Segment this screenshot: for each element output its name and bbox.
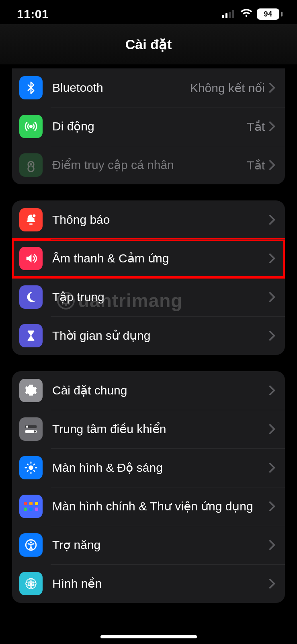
battery-level: 94 [264,10,272,19]
row-value: Tắt [247,158,265,172]
row-label: Thông báo [52,212,269,227]
row-screentime[interactable]: Thời gian sử dụng [12,316,285,355]
chevron-right-icon [269,462,277,473]
page-title: Cài đặt [125,36,172,52]
sounds-icon [19,247,43,270]
chevron-right-icon [269,540,277,550]
notifications-icon [19,208,43,231]
row-notifications[interactable]: Thông báo [12,200,285,239]
row-cellular[interactable]: Di động Tắt [12,107,285,146]
battery-icon: 94 [257,8,283,20]
row-bluetooth[interactable]: Bluetooth Không kết nối [12,68,285,107]
svg-point-14 [30,541,32,543]
row-label: Âm thanh & Cảm ứng [52,251,269,266]
chevron-right-icon [269,578,277,589]
control-center-icon [19,417,43,441]
svg-rect-6 [29,223,33,225]
homescreen-icon [19,495,43,518]
accessibility-icon [19,533,43,557]
row-label: Tập trung [52,289,269,305]
chevron-right-icon [269,424,277,434]
home-indicator[interactable] [100,635,197,638]
svg-point-9 [26,425,28,428]
focus-icon [19,285,43,309]
wallpaper-icon [19,572,43,595]
chevron-right-icon [269,160,277,170]
row-label: Trung tâm điều khiển [52,421,269,437]
row-sounds[interactable]: Âm thanh & Cảm ứng [12,239,285,278]
row-value: Tắt [247,120,265,134]
svg-rect-0 [222,15,224,18]
status-bar: 11:01 94 [0,0,297,24]
settings-content: Bluetooth Không kết nối Di động Tắt Điểm… [0,68,297,619]
svg-point-4 [30,125,32,128]
row-label: Trợ năng [52,537,269,553]
screentime-icon [19,324,43,347]
status-right: 94 [222,7,283,21]
row-focus[interactable]: Tập trung [12,278,285,316]
chevron-right-icon [269,253,277,264]
row-wallpaper[interactable]: Hình nền [12,564,285,603]
chevron-right-icon [269,215,277,225]
chevron-right-icon [269,121,277,132]
svg-point-12 [29,465,33,470]
chevron-right-icon [269,292,277,302]
row-label: Cài đặt chung [52,383,269,398]
cellular-signal-icon [222,7,236,21]
row-control-center[interactable]: Trung tâm điều khiển [12,410,285,448]
chevron-right-icon [269,501,277,512]
svg-rect-3 [232,10,234,18]
row-label: Di động [52,119,247,134]
svg-rect-1 [225,13,227,18]
settings-group-connectivity: Bluetooth Không kết nối Di động Tắt Điểm… [12,68,285,184]
wifi-icon [240,7,253,21]
row-homescreen[interactable]: Màn hình chính & Thư viện ứng dụng [12,487,285,526]
bluetooth-icon [19,76,43,99]
row-general[interactable]: Cài đặt chung [12,371,285,410]
hotspot-icon [19,153,43,177]
settings-group-system: Cài đặt chung Trung tâm điều khiển Màn h… [12,371,285,603]
row-label: Màn hình & Độ sáng [52,460,269,475]
general-icon [19,379,43,402]
row-value: Không kết nối [190,81,265,95]
chevron-right-icon [269,83,277,93]
svg-point-7 [32,214,36,218]
chevron-right-icon [269,385,277,396]
row-display[interactable]: Màn hình & Độ sáng [12,448,285,487]
display-icon [19,456,43,479]
row-label: Hình nền [52,576,269,591]
row-accessibility[interactable]: Trợ năng [12,526,285,564]
device-frame: 11:01 94 Cài đặt Bluetooth K [0,0,297,644]
settings-group-attention: Thông báo Âm thanh & Cảm ứng Tập trung [12,200,285,355]
chevron-right-icon [269,330,277,341]
svg-point-11 [34,430,36,433]
row-hotspot[interactable]: Điểm truy cập cá nhân Tắt [12,146,285,184]
svg-point-5 [31,164,32,165]
cellular-icon [19,115,43,138]
row-label: Bluetooth [52,80,190,95]
svg-point-16 [30,582,33,585]
svg-rect-2 [229,12,231,18]
nav-bar: Cài đặt [0,24,297,64]
row-label: Thời gian sử dụng [52,328,269,343]
row-label: Màn hình chính & Thư viện ứng dụng [52,499,269,514]
row-label: Điểm truy cập cá nhân [52,157,247,173]
status-time: 11:01 [17,7,49,21]
